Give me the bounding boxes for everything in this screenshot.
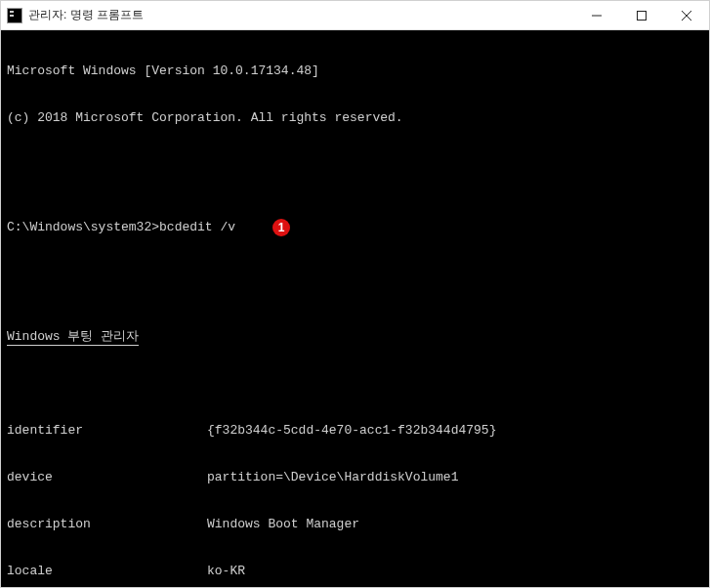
kv-row: descriptionWindows Boot Manager xyxy=(7,517,703,532)
header-line: Microsoft Windows [Version 10.0.17134.48… xyxy=(7,63,703,79)
window-controls xyxy=(574,1,709,29)
terminal-output[interactable]: Microsoft Windows [Version 10.0.17134.48… xyxy=(1,30,709,587)
kv-row: devicepartition=\Device\HarddiskVolume1 xyxy=(7,470,703,485)
header-line: (c) 2018 Microsoft Corporation. All righ… xyxy=(7,110,703,126)
minimize-button[interactable] xyxy=(574,1,619,29)
kv-row: localeko-KR xyxy=(7,564,703,579)
maximize-button[interactable] xyxy=(619,1,664,29)
kv-row: identifier{f32b344c-5cdd-4e70-acc1-f32b3… xyxy=(7,423,703,439)
svg-rect-1 xyxy=(638,11,647,20)
close-button[interactable] xyxy=(664,1,709,29)
titlebar[interactable]: 관리자: 명령 프롬프트 xyxy=(1,1,709,30)
command-text: bcdedit /v xyxy=(159,220,235,235)
command-prompt-window: 관리자: 명령 프롬프트 Microsoft Windows [Version … xyxy=(0,0,710,588)
annotation-badge-1: 1 xyxy=(272,219,290,236)
prompt-prefix: C:\Windows\system32> xyxy=(7,220,159,235)
section-boot-manager-title: Windows 부팅 관리자 xyxy=(7,329,703,345)
cmd-icon xyxy=(7,8,22,23)
window-title: 관리자: 명령 프롬프트 xyxy=(28,7,574,23)
prompt-line: C:\Windows\system32>bcdedit /v 1 xyxy=(7,220,703,235)
